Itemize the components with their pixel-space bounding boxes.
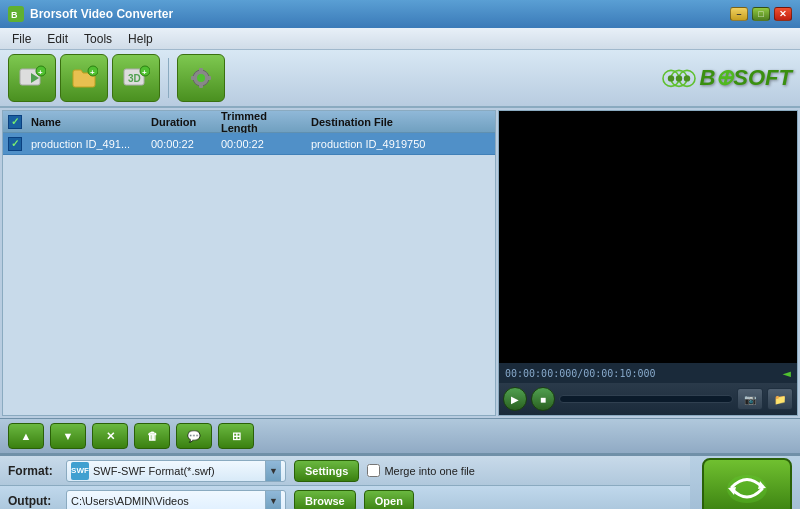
file-list-panel: ✓ Name Duration Trimmed Length Destinati… <box>2 110 496 416</box>
format-select[interactable]: SWF SWF-SWF Format(*.swf) ▼ <box>66 460 286 482</box>
svg-rect-15 <box>199 84 203 88</box>
logo: B⊕SOFT <box>659 63 792 93</box>
format-value: SWF-SWF Format(*.swf) <box>93 465 261 477</box>
svg-point-23 <box>684 75 690 81</box>
move-up-button[interactable]: ▲ <box>8 423 44 449</box>
open-button[interactable]: Open <box>364 490 414 510</box>
bottom-left: Format: SWF SWF-SWF Format(*.swf) ▼ Sett… <box>0 456 690 509</box>
clip-button[interactable]: ⊞ <box>218 423 254 449</box>
svg-point-13 <box>197 74 205 82</box>
browse-button[interactable]: Browse <box>294 490 356 510</box>
title-bar: B Brorsoft Video Converter – □ ✕ <box>0 0 800 28</box>
output-dropdown-arrow[interactable]: ▼ <box>265 491 281 510</box>
header-destination: Destination File <box>307 116 495 128</box>
svg-point-21 <box>668 75 674 81</box>
main-content: ✓ Name Duration Trimmed Length Destinati… <box>0 108 800 418</box>
toolbar-separator <box>168 58 169 98</box>
output-label: Output: <box>8 494 58 508</box>
svg-text:+: + <box>90 68 95 77</box>
output-path-text: C:\Users\ADMIN\Videos <box>71 495 265 507</box>
convert-button[interactable] <box>702 458 792 510</box>
svg-text:+: + <box>142 68 147 77</box>
header-name: Name <box>27 116 147 128</box>
format-dropdown-arrow[interactable]: ▼ <box>265 461 281 481</box>
window-controls: – □ ✕ <box>730 7 792 21</box>
time-text: 00:00:00:000/00:00:10:000 <box>505 368 656 379</box>
screenshot-button[interactable]: 📷 <box>737 388 763 410</box>
header-trimmed: Trimmed Length <box>217 110 307 134</box>
clip-icon: ⊞ <box>232 430 241 443</box>
menu-tools[interactable]: Tools <box>76 30 120 48</box>
row-name: production ID_491... <box>27 138 147 150</box>
menu-help[interactable]: Help <box>120 30 161 48</box>
merge-label: Merge into one file <box>384 465 475 477</box>
video-preview <box>499 111 797 363</box>
file-list-header: ✓ Name Duration Trimmed Length Destinati… <box>3 111 495 133</box>
app-icon: B <box>8 6 24 22</box>
header-duration: Duration <box>147 116 217 128</box>
settings-button[interactable]: Settings <box>294 460 359 482</box>
stop-button[interactable]: ■ <box>531 387 555 411</box>
playback-controls: ▶ ■ 📷 📁 <box>499 383 797 415</box>
bottom-right <box>690 456 800 509</box>
move-up-icon: ▲ <box>21 430 32 442</box>
row-duration: 00:00:22 <box>147 138 217 150</box>
toolbar: + + 3D + <box>0 50 800 108</box>
logo-text: B⊕SOFT <box>699 65 792 91</box>
row-destination: production ID_4919750 <box>307 138 495 150</box>
menu-edit[interactable]: Edit <box>39 30 76 48</box>
svg-text:3D: 3D <box>128 73 141 84</box>
progress-bar[interactable] <box>559 395 733 403</box>
add-folder-button[interactable]: + <box>60 54 108 102</box>
row-checkbox[interactable]: ✓ <box>3 137 27 151</box>
svg-point-22 <box>676 75 682 81</box>
svg-text:B: B <box>11 10 18 20</box>
merge-checkbox-group: Merge into one file <box>367 464 475 477</box>
action-buttons-row: ▲ ▼ ✕ 🗑 💬 ⊞ <box>0 418 800 454</box>
menu-bar: File Edit Tools Help <box>0 28 800 50</box>
format-row: Format: SWF SWF-SWF Format(*.swf) ▼ Sett… <box>0 456 690 486</box>
open-folder-button[interactable]: 📁 <box>767 388 793 410</box>
settings-toolbar-button[interactable] <box>177 54 225 102</box>
header-check: ✓ <box>3 115 27 129</box>
svg-text:+: + <box>38 68 43 77</box>
menu-file[interactable]: File <box>4 30 39 48</box>
output-row: Output: C:\Users\ADMIN\Videos ▼ Browse O… <box>0 486 690 509</box>
close-button[interactable]: ✕ <box>774 7 792 21</box>
move-down-button[interactable]: ▼ <box>50 423 86 449</box>
move-down-icon: ▼ <box>63 430 74 442</box>
swf-icon: SWF <box>71 462 89 480</box>
time-display: 00:00:00:000/00:00:10:000 ◄ <box>499 363 797 383</box>
bottom-area: Format: SWF SWF-SWF Format(*.swf) ▼ Sett… <box>0 454 800 509</box>
delete-button[interactable]: 🗑 <box>134 423 170 449</box>
svg-rect-16 <box>191 76 195 80</box>
merge-checkbox[interactable] <box>367 464 380 477</box>
file-list-body[interactable]: ✓ production ID_491... 00:00:22 00:00:22… <box>3 133 495 415</box>
svg-rect-14 <box>199 68 203 72</box>
format-label: Format: <box>8 464 58 478</box>
caption-button[interactable]: 💬 <box>176 423 212 449</box>
minimize-button[interactable]: – <box>730 7 748 21</box>
output-path-box[interactable]: C:\Users\ADMIN\Videos ▼ <box>66 490 286 510</box>
remove-icon: ✕ <box>106 430 115 443</box>
play-button[interactable]: ▶ <box>503 387 527 411</box>
maximize-button[interactable]: □ <box>752 7 770 21</box>
add-3d-button[interactable]: 3D + <box>112 54 160 102</box>
caption-icon: 💬 <box>187 430 201 443</box>
select-all-checkbox[interactable]: ✓ <box>8 115 22 129</box>
window-title: Brorsoft Video Converter <box>30 7 724 21</box>
table-row[interactable]: ✓ production ID_491... 00:00:22 00:00:22… <box>3 133 495 155</box>
add-video-button[interactable]: + <box>8 54 56 102</box>
delete-icon: 🗑 <box>147 430 158 442</box>
row-trimmed: 00:00:22 <box>217 138 307 150</box>
volume-icon[interactable]: ◄ <box>783 365 791 381</box>
svg-rect-17 <box>207 76 211 80</box>
preview-panel: 00:00:00:000/00:00:10:000 ◄ ▶ ■ 📷 📁 <box>498 110 798 416</box>
remove-button[interactable]: ✕ <box>92 423 128 449</box>
